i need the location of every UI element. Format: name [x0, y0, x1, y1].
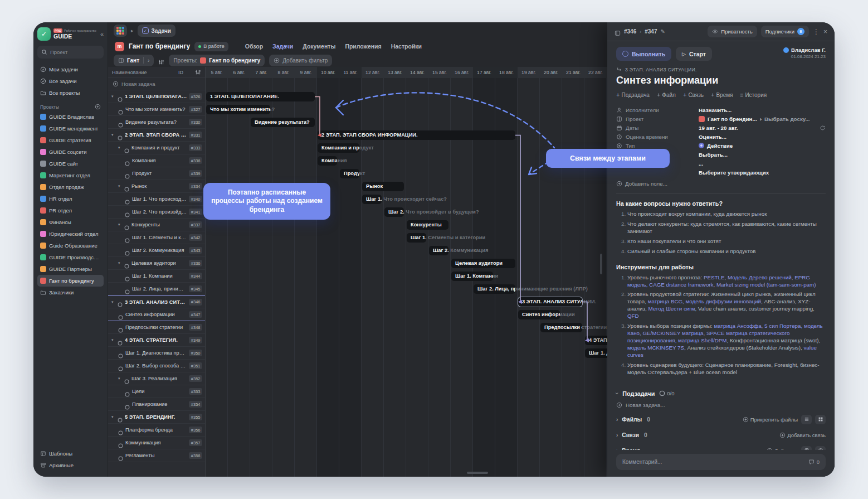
- table-row[interactable]: Продукт#339: [108, 167, 205, 180]
- task-status-icon[interactable]: [124, 146, 129, 151]
- task-id[interactable]: #347: [645, 28, 657, 35]
- tool-link[interactable]: Метод Шести сигм: [648, 306, 695, 312]
- expand-caret-icon[interactable]: ▾: [111, 415, 115, 419]
- gantt-bar[interactable]: Компания и продукт: [318, 143, 359, 153]
- task-field-row[interactable]: Оценка времениОценить...: [616, 132, 826, 141]
- comment-input[interactable]: Комментарий... 0: [616, 454, 826, 470]
- gantt-bar[interactable]: 2 ЭТАП. ЭТАП СБОРА ИНФОРМАЦИИ.: [318, 130, 515, 140]
- task-field-row[interactable]: Даты19 авг. - 20 авг.: [616, 123, 826, 132]
- task-status-icon[interactable]: [118, 312, 123, 317]
- table-row[interactable]: Шаг 2. Коммуникация#343: [108, 244, 205, 257]
- field-value-secondary[interactable]: Выбрать доску...: [764, 116, 810, 122]
- gantt-bar[interactable]: Шаг 1. Что происходит сейчас?: [362, 195, 382, 204]
- table-row[interactable]: ▾2 ЭТАП. ЭТАП СБОРА ИНФО..#331: [108, 129, 205, 142]
- task-status-icon[interactable]: [125, 402, 130, 407]
- new-task-row[interactable]: Новая задача: [108, 78, 205, 90]
- sidebar-project-item[interactable]: Заказчики: [37, 287, 104, 298]
- task-action-add-подзадача[interactable]: +Подзадача: [616, 91, 650, 98]
- gantt-bar[interactable]: Шаг 1. Сегменты и категории: [407, 233, 426, 243]
- start-button[interactable]: ▷ Старт: [676, 47, 712, 61]
- sidebar-footer-item[interactable]: Архивные: [37, 459, 104, 471]
- task-status-icon[interactable]: [118, 94, 123, 99]
- subscribers-button[interactable]: Подписчики В: [761, 26, 809, 37]
- expand-caret-icon[interactable]: ▾: [111, 133, 115, 137]
- field-value[interactable]: Действие: [699, 143, 733, 149]
- task-status-icon[interactable]: [125, 248, 130, 253]
- expand-caret-icon[interactable]: ▾: [118, 376, 122, 381]
- collapse-sidebar-icon[interactable]: «: [100, 31, 104, 37]
- timer-icon[interactable]: [815, 446, 826, 450]
- table-row[interactable]: Цели#353: [108, 385, 205, 398]
- expand-caret-icon[interactable]: ▾: [118, 146, 122, 150]
- sidebar-project-item[interactable]: GUIDE стратегия: [37, 134, 104, 146]
- table-row[interactable]: ▾5 ЭТАП. БРЕНДИНГ.#355: [108, 411, 205, 424]
- field-value[interactable]: 19 авг. - 20 авг.: [699, 125, 738, 131]
- expand-caret-icon[interactable]: ▾: [111, 300, 115, 304]
- table-row[interactable]: Предпосылки стратегии#348: [108, 321, 205, 334]
- task-status-icon[interactable]: [118, 415, 123, 420]
- table-row[interactable]: Шаг 2. Выбор способа ре...#351: [108, 360, 205, 372]
- table-row[interactable]: ▾Компания и продукт#333: [108, 142, 205, 154]
- parent-task-id[interactable]: #346: [624, 28, 636, 35]
- chevron-right-icon[interactable]: ›: [616, 448, 618, 450]
- status-badge[interactable]: В работе: [194, 42, 228, 51]
- task-action-add-время[interactable]: +Время: [711, 91, 733, 98]
- add-field-button[interactable]: Добавить поле...: [616, 181, 826, 187]
- task-status-icon[interactable]: [124, 184, 129, 189]
- apps-grid-button[interactable]: [114, 25, 127, 37]
- expand-caret-icon[interactable]: ▾: [118, 222, 122, 227]
- sidebar-project-item[interactable]: Guide Образование: [37, 240, 104, 251]
- gantt-bar[interactable]: Конкуренты: [407, 220, 448, 230]
- more-menu-icon[interactable]: ⋮: [813, 28, 820, 36]
- tab-обзор[interactable]: Обзор: [245, 43, 263, 50]
- table-row[interactable]: Шаг 1. Сегменты и кат...#342: [108, 231, 205, 244]
- table-row[interactable]: Планирование#354: [108, 398, 205, 411]
- table-row[interactable]: Видение результата?#330: [108, 116, 205, 129]
- report-icon[interactable]: [801, 446, 812, 450]
- gantt-bar[interactable]: Шаг 2. Коммуникация: [429, 246, 448, 255]
- gantt-bar[interactable]: 1 ЭТАП. ЦЕЛЕПОЛАГАНИЕ.: [206, 92, 315, 101]
- table-row[interactable]: Регламенты#358: [108, 449, 205, 462]
- task-status-icon[interactable]: [125, 171, 130, 176]
- expand-caret-icon[interactable]: ▾: [111, 338, 115, 342]
- chevron-right-icon[interactable]: ›: [616, 416, 618, 423]
- gantt-bar[interactable]: Шаг 1. Компании: [451, 272, 493, 281]
- task-field-row[interactable]: ПроектГант по брендин...›Выбрать доску..…: [616, 114, 826, 123]
- field-value[interactable]: Выберите утверждающих: [699, 169, 769, 176]
- grid-view-icon[interactable]: [815, 415, 826, 424]
- sidebar-project-item[interactable]: GUIDE Партнеры: [37, 263, 104, 275]
- expand-caret-icon[interactable]: ▾: [118, 184, 122, 188]
- new-subtask-button[interactable]: Новая задача...: [616, 402, 826, 408]
- task-status-icon[interactable]: [118, 364, 123, 369]
- task-status-icon[interactable]: [125, 235, 130, 240]
- privacy-button[interactable]: Приватность: [708, 26, 757, 37]
- task-status-icon[interactable]: [118, 133, 123, 138]
- sidebar-nav-item[interactable]: Все проекты: [37, 87, 104, 99]
- task-status-icon[interactable]: [118, 107, 123, 112]
- sidebar-nav-item[interactable]: Мои задачи: [37, 64, 104, 75]
- task-field-row[interactable]: Выберите утверждающих: [616, 168, 826, 177]
- table-row[interactable]: Что мы хотим изменить?#327: [108, 103, 205, 116]
- field-value[interactable]: Оценить...: [699, 134, 726, 140]
- task-title[interactable]: Синтез информации: [616, 75, 826, 86]
- task-status-icon[interactable]: [118, 325, 123, 330]
- sidebar-project-item[interactable]: Гант по брендингу: [37, 275, 104, 287]
- task-status-icon[interactable]: [118, 428, 123, 433]
- table-row[interactable]: ▾Целевая аудитори#336: [108, 257, 205, 270]
- list-view-icon[interactable]: [801, 415, 812, 424]
- section-action-button[interactable]: Добавить: [767, 448, 798, 450]
- task-status-icon[interactable]: [118, 338, 123, 343]
- task-status-icon[interactable]: [124, 261, 129, 266]
- sidebar-project-item[interactable]: HR отдел: [37, 193, 104, 205]
- sidebar-project-item[interactable]: GUIDE соцсети: [37, 146, 104, 158]
- field-value[interactable]: ...: [699, 161, 703, 167]
- workspace-header[interactable]: ✓ PRO Рабочее пространство GUIDE «: [37, 27, 104, 41]
- column-header-name[interactable]: Наименование: [112, 70, 178, 75]
- gantt-bar[interactable]: Предпосылки стратегии: [540, 323, 582, 332]
- table-row[interactable]: ▾Конкуренты#337: [108, 219, 205, 231]
- task-status-icon[interactable]: [124, 222, 129, 227]
- task-status-icon[interactable]: [125, 287, 130, 292]
- sync-icon[interactable]: [820, 125, 826, 131]
- gantt-bar[interactable]: Шаг 2. Что произойдет в будущем?: [384, 207, 404, 217]
- task-status-icon[interactable]: [125, 158, 130, 163]
